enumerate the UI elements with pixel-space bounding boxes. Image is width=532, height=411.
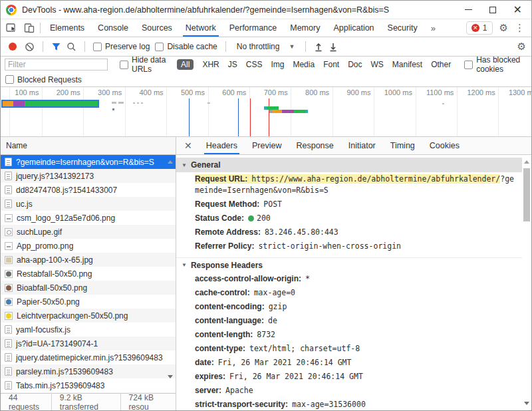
request-count: 44 requests — [1, 393, 51, 411]
inspect-element-icon[interactable] — [6, 23, 17, 33]
tab[interactable]: Console — [91, 19, 135, 37]
request-row[interactable]: Leichtverpackungen-50x50.png — [1, 309, 176, 323]
scroll-down-arrow[interactable] — [524, 402, 529, 405]
name-column-header[interactable]: Name — [1, 137, 176, 155]
request-row[interactable]: App_promo.png — [1, 239, 176, 253]
record-button[interactable] — [9, 43, 17, 51]
request-row[interactable]: jquery.js?1341392173 — [1, 169, 176, 183]
type-filter[interactable]: All — [177, 59, 194, 70]
close-button[interactable]: ✕ — [513, 5, 522, 15]
type-filter[interactable]: Font — [323, 60, 339, 69]
checkbox — [155, 43, 164, 51]
details-tab[interactable]: Cookies — [422, 137, 467, 154]
request-row[interactable]: parsley.min.js?1539609483 — [1, 364, 176, 378]
request-method-row: Request Method:POST — [176, 198, 522, 211]
scrollbar-thumb[interactable] — [523, 168, 530, 221]
hide-data-urls-checkbox[interactable]: Hide data URLs — [120, 55, 170, 74]
request-row[interactable]: js?id=UA-173149074-1 — [1, 337, 176, 350]
details-tab[interactable]: Headers — [199, 137, 245, 154]
checkbox — [464, 61, 473, 69]
type-filter[interactable]: Manifest — [392, 60, 422, 69]
request-row[interactable]: aha-app-100-x-65.jpg — [1, 253, 176, 267]
request-row[interactable]: csm_logo_912a5e7d06.png — [1, 211, 176, 225]
error-count: 1 — [483, 23, 487, 33]
export-har-icon[interactable] — [329, 42, 338, 52]
request-row[interactable]: Formular.min.js?1539609483 — [1, 392, 176, 393]
network-settings-gear-icon[interactable]: ⚙ — [517, 41, 526, 53]
menu-kebab-icon[interactable]: ⋮ — [515, 22, 525, 34]
request-row[interactable]: ?gemeinde=Isernhagen&von=R&bis=S — [1, 155, 176, 169]
window-controls: ✕ — [465, 5, 522, 15]
minimize-button[interactable] — [465, 9, 472, 10]
close-details-icon[interactable]: ✕ — [176, 137, 199, 154]
tab[interactable]: Memory — [283, 19, 327, 37]
request-row[interactable]: Papier-50x50.png — [1, 295, 176, 309]
device-toolbar-icon[interactable] — [24, 23, 35, 33]
type-filter[interactable]: WS — [370, 60, 383, 69]
status-bar: 44 requests 9.2 kB transferred 724 kB re… — [1, 393, 176, 410]
request-row[interactable]: dd82474708.js?1541433007 — [1, 183, 176, 197]
network-overview[interactable]: 100 ms200 ms300 ms400 ms500 ms600 ms700 … — [1, 87, 531, 137]
chrome-logo-icon — [6, 5, 17, 15]
request-row[interactable]: uc.js — [1, 197, 176, 211]
resource-type-icon — [5, 298, 13, 306]
request-row[interactable]: jquery.datetimepicker.min.js?1539609483 — [1, 350, 176, 364]
type-filter[interactable]: JS — [228, 60, 237, 69]
time-tick-label: 900 ms — [332, 88, 374, 96]
blocked-requests-checkbox[interactable]: Blocked Requests — [5, 75, 82, 84]
type-filter[interactable]: Img — [271, 60, 284, 69]
clear-icon[interactable] — [25, 42, 35, 52]
type-filter[interactable]: Other — [431, 60, 451, 69]
resource-type-icon — [5, 158, 12, 166]
request-row[interactable]: Tabs.min.js?1539609483 — [1, 378, 176, 392]
tab[interactable]: Network — [179, 19, 223, 37]
status-ok-icon — [248, 215, 254, 221]
details-tab[interactable]: Response — [289, 137, 340, 154]
type-filter[interactable]: Media — [293, 60, 315, 69]
tab[interactable]: Sources — [135, 19, 179, 37]
type-filter[interactable]: Doc — [348, 60, 362, 69]
details-tab-bar: ✕ HeadersPreviewResponseInitiatorTimingC… — [176, 137, 531, 155]
type-filter[interactable]: CSS — [246, 60, 263, 69]
scroll-up-arrow[interactable] — [524, 160, 529, 164]
tab[interactable]: Performance — [223, 19, 284, 37]
resource-type-icon — [5, 284, 13, 292]
time-tick-label: 400 ms — [125, 88, 166, 96]
resource-type-icon — [5, 381, 12, 390]
time-tick-label: 700 ms — [249, 88, 291, 96]
response-headers-section-header[interactable]: ▼ Response Headers — [176, 257, 522, 272]
import-har-icon[interactable] — [314, 42, 323, 52]
domcontentloaded-line — [189, 98, 190, 136]
tab[interactable]: Security — [381, 19, 424, 37]
details-tab[interactable]: Timing — [383, 137, 422, 154]
scroll-up-arrow[interactable] — [168, 160, 173, 164]
request-row[interactable]: suchLupe.gif — [1, 225, 176, 239]
details-scrollbar[interactable] — [522, 155, 531, 410]
details-tab[interactable]: Initiator — [341, 137, 383, 154]
filter-input[interactable] — [5, 59, 108, 70]
request-row[interactable]: yaml-focusfix.js — [1, 323, 176, 337]
throttling-dropdown[interactable]: No throttling ▼ — [234, 42, 298, 51]
maximize-button[interactable] — [489, 7, 496, 13]
error-badge[interactable]: ✕ 1 — [466, 21, 493, 35]
has-blocked-cookies-checkbox[interactable]: Has blocked cookies — [464, 55, 527, 74]
scroll-down-arrow[interactable] — [168, 375, 173, 378]
search-icon[interactable] — [66, 42, 76, 52]
remote-address-row: Remote Address:83.246.45.80:443 — [176, 225, 522, 239]
type-filter[interactable]: XHR — [202, 60, 219, 69]
details-tab[interactable]: Preview — [245, 137, 289, 154]
resources-size: 724 kB resou — [120, 393, 176, 411]
disable-cache-checkbox[interactable]: Disable cache — [155, 42, 217, 51]
tab[interactable]: Application — [327, 19, 380, 37]
resource-type-icon — [5, 339, 12, 348]
filter-funnel-icon[interactable] — [51, 42, 61, 51]
request-row[interactable]: Restabfall-50x50.png — [1, 267, 176, 281]
preserve-log-checkbox[interactable]: Preserve log — [93, 42, 150, 51]
tab[interactable]: Elements — [43, 19, 91, 37]
settings-gear-icon[interactable]: ⚙ — [499, 22, 508, 34]
request-row[interactable]: Bioabfall-50x50.png — [1, 281, 176, 295]
request-url-highlighted: https://www.aha-region.de/abholtermine/a… — [251, 174, 500, 184]
general-section-header[interactable]: ▼ General — [176, 158, 522, 172]
more-tabs-icon[interactable]: » — [424, 19, 442, 37]
response-header-row: access-control-allow-origin:* — [176, 272, 522, 286]
